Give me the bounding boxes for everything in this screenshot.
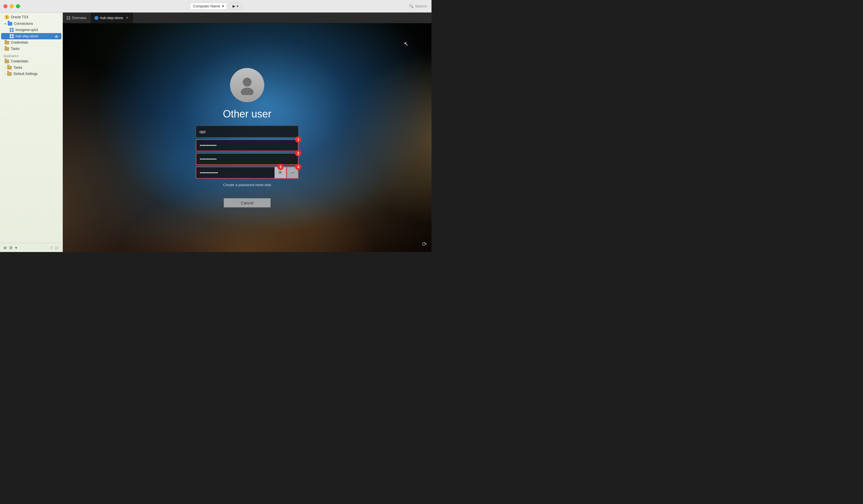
sidebar-app-tasks[interactable]: › Tasks — [1, 64, 61, 71]
chevron-down-icon: ▾ — [4, 22, 6, 25]
sidebar-hub-label: hub-step-stone — [15, 34, 38, 38]
settings-icon[interactable]: ⚙ — [9, 245, 13, 250]
credentials-folder-icon — [4, 41, 9, 44]
play-button[interactable]: ▶ ▾ — [229, 2, 242, 10]
svg-point-1 — [241, 88, 254, 95]
tasks-label: Tasks — [11, 47, 20, 51]
user-avatar — [230, 68, 264, 102]
oracle-tsx-label: Oracle TSX — [11, 15, 28, 19]
search-area[interactable]: 🔍 Search — [409, 4, 427, 8]
avatar-icon — [237, 75, 257, 95]
password1-input[interactable] — [196, 139, 299, 151]
tab-hub-step-stone[interactable]: hub-step-stone ✕ — [90, 13, 134, 23]
sidebar-connections[interactable]: ▾ Connections — [1, 21, 61, 27]
password2-field-wrapper: 2 — [196, 153, 299, 165]
play-dropdown-icon: ▾ — [237, 4, 239, 8]
minimize-button[interactable] — [10, 4, 14, 8]
warning-icon: ! — [4, 15, 9, 20]
hub-tab-label: hub-step-stone — [100, 16, 123, 20]
sidebar-bottom-icons: ⊕ ⚙ ▾ — [3, 245, 17, 250]
app-tasks-label: Tasks — [13, 66, 22, 69]
sidebar-item-hub-step-stone[interactable]: hub-step-stone ⏏ — [1, 33, 61, 39]
sidebar-item-credentials[interactable]: Credentials — [1, 39, 61, 46]
chevron-down-icon: ▾ — [222, 4, 224, 8]
more-icon[interactable]: ▾ — [15, 245, 17, 250]
play-small-icon[interactable]: ▷ — [55, 245, 59, 250]
app-credentials-folder-icon — [4, 60, 9, 63]
password1-field-wrapper: 1 — [196, 139, 299, 151]
badge-1: 1 — [295, 137, 301, 143]
computer-name-dropdown[interactable]: Computer Name ▾ — [190, 2, 227, 10]
cancel-button[interactable]: Cancel — [224, 198, 271, 208]
login-panel: Other user 1 2 — [196, 68, 299, 208]
arrow-right-icon: → — [290, 170, 295, 176]
eject-icon: ⏏ — [55, 34, 58, 38]
default-settings-folder-icon — [7, 72, 12, 76]
username-input[interactable] — [196, 126, 299, 138]
user-display-name: Other user — [223, 108, 271, 120]
password3-field-wrapper: 3 4 👁 → — [196, 167, 299, 179]
badge-3: 3 — [277, 164, 284, 170]
connections-label: Connections — [14, 22, 33, 26]
main-layout: ! Oracle TSX ▾ Connections ihoogend-vps3… — [0, 13, 432, 252]
close-button[interactable] — [3, 4, 8, 8]
tab-overview[interactable]: Overview — [63, 13, 90, 23]
badge-2: 2 — [295, 150, 301, 156]
bottom-right-settings-icon[interactable]: ⟳ — [422, 241, 427, 247]
content-area: Overview hub-step-stone ✕ — [63, 13, 432, 252]
sidebar-connection-label: ihoogend-vps3 — [15, 28, 38, 32]
star-icon[interactable]: ☆ — [49, 245, 53, 250]
sidebar: ! Oracle TSX ▾ Connections ihoogend-vps3… — [0, 13, 63, 252]
titlebar: Computer Name ▾ ▶ ▾ 🔍 Search — [0, 0, 432, 13]
username-field-wrapper — [196, 126, 299, 138]
computer-name-label: Computer Name — [193, 4, 220, 8]
eye-icon: 👁 — [278, 170, 283, 175]
sidebar-app-credentials[interactable]: Credentials — [1, 58, 61, 64]
app-tasks-folder-icon — [7, 66, 12, 69]
chevron-right-icon2: › — [4, 73, 5, 76]
tabs-bar: Overview hub-step-stone ✕ — [63, 13, 432, 23]
sidebar-app-default-settings[interactable]: › Default Settings — [1, 71, 61, 77]
sidebar-bottom-right: ☆ ▷ — [49, 245, 59, 250]
connection-icon — [10, 28, 14, 32]
search-label: Search — [415, 4, 427, 8]
maximize-button[interactable] — [16, 4, 20, 8]
traffic-lights — [3, 4, 20, 8]
app-credentials-label: Credentials — [11, 59, 28, 63]
badge-4: 4 — [295, 164, 301, 170]
connection-active-icon — [10, 34, 14, 38]
password2-input[interactable] — [196, 153, 299, 165]
reset-password-link[interactable]: Create a password reset disk — [223, 183, 271, 187]
sidebar-item-tasks[interactable]: Tasks — [1, 46, 61, 52]
search-icon: 🔍 — [409, 4, 414, 8]
overview-icon — [67, 16, 70, 20]
svg-point-0 — [243, 78, 252, 87]
add-icon[interactable]: ⊕ — [3, 245, 7, 250]
titlebar-center: Computer Name ▾ ▶ ▾ — [190, 2, 241, 10]
connections-folder-icon — [8, 22, 12, 26]
tasks-folder-icon — [4, 47, 9, 51]
play-icon: ▶ — [233, 4, 236, 8]
overview-tab-label: Overview — [72, 16, 86, 20]
application-section-label: Application — [0, 52, 62, 58]
credentials-label: Credentials — [11, 40, 28, 44]
sidebar-bottom: ⊕ ⚙ ▾ ☆ ▷ — [0, 243, 62, 252]
tab-close-icon[interactable]: ✕ — [125, 16, 129, 20]
remote-desktop-area: Other user 1 2 — [63, 23, 432, 252]
login-fields: 1 2 3 4 👁 — [196, 126, 299, 179]
password3-input[interactable] — [196, 167, 275, 179]
chevron-right-icon: › — [4, 66, 5, 69]
sidebar-oracle-tsx: ! Oracle TSX — [1, 14, 61, 21]
default-settings-label: Default Settings — [13, 72, 38, 76]
hub-connection-icon — [95, 16, 99, 20]
sidebar-item-ihoogend-vps3[interactable]: ihoogend-vps3 — [1, 27, 61, 33]
